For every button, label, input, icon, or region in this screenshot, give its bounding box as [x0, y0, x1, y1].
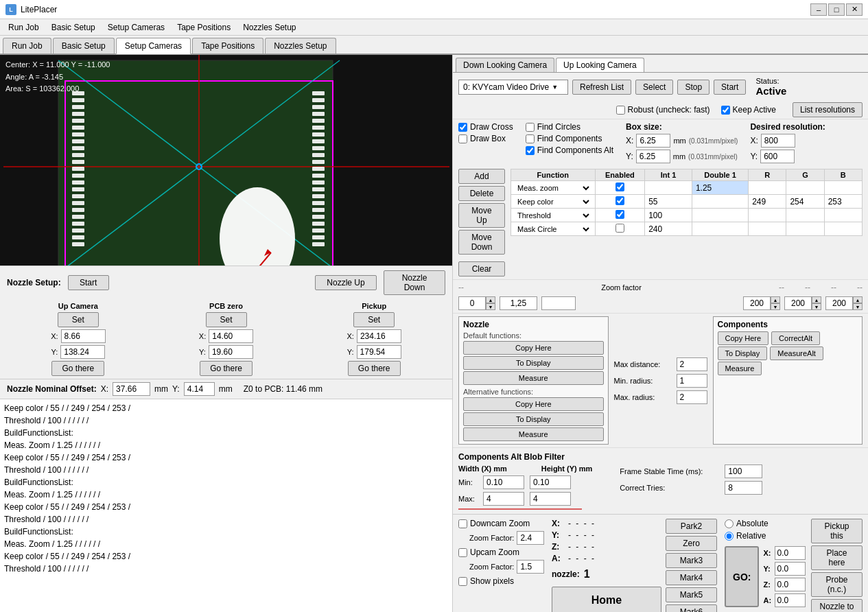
up-camera-y[interactable]: [60, 345, 105, 359]
func-select-3[interactable]: Mask Circle: [515, 224, 591, 234]
zero-button[interactable]: Zero: [666, 536, 717, 551]
zoom-200-up-icon[interactable]: ▲: [771, 296, 780, 303]
close-button[interactable]: ✕: [846, 3, 863, 16]
log-area[interactable]: Keep color / 55 / / 249 / 254 / 253 / Th…: [0, 399, 452, 613]
up-camera-x[interactable]: [61, 329, 106, 343]
menu-run-job[interactable]: Run Job: [3, 21, 45, 34]
start-button[interactable]: Start: [714, 80, 746, 95]
zoom-up-icon[interactable]: ▲: [486, 296, 495, 303]
go-y-input[interactable]: [775, 562, 806, 576]
add-button[interactable]: Add: [458, 169, 505, 184]
zoom-value-input[interactable]: [500, 296, 537, 310]
find-components-alt-label[interactable]: Find Components Alt: [526, 145, 613, 155]
mark3-button[interactable]: Mark3: [666, 553, 717, 568]
pcb-zero-go[interactable]: Go there: [200, 361, 253, 376]
tab-down-looking[interactable]: Down Looking Camera: [456, 58, 554, 72]
func-enabled-1[interactable]: [615, 196, 624, 205]
robust-checkbox-label[interactable]: Robust (uncheck: fast): [616, 105, 710, 115]
go-button[interactable]: GO:: [725, 546, 759, 607]
zoom-200-2-down-icon[interactable]: ▼: [812, 303, 821, 310]
tab-run-job[interactable]: Run Job: [3, 38, 51, 54]
camera-select-dropdown[interactable]: 0: KVYcam Video Drive ▼: [458, 80, 568, 95]
place-here-button[interactable]: Place here: [811, 545, 863, 570]
pickup-this-button[interactable]: Pickup this: [811, 519, 863, 543]
nozzle-to-display-alt-button[interactable]: To Display: [463, 412, 604, 426]
refresh-list-button[interactable]: Refresh List: [572, 80, 631, 95]
zoom-spinner[interactable]: [458, 296, 486, 310]
find-circles-label[interactable]: Find Circles: [526, 122, 613, 132]
comp-copy-here-button[interactable]: Copy Here: [718, 331, 769, 345]
zoom-200-2-up-icon[interactable]: ▲: [812, 296, 821, 303]
comp-measure-button[interactable]: Measure: [718, 362, 762, 375]
downcam-zoom-checkbox[interactable]: [458, 519, 467, 528]
func-double1-0[interactable]: [696, 183, 730, 193]
draw-cross-checkbox[interactable]: [458, 123, 467, 132]
relative-radio-label[interactable]: Relative: [725, 531, 807, 541]
draw-box-checkbox[interactable]: [458, 134, 467, 143]
zoom-200-2[interactable]: [784, 296, 812, 310]
robust-checkbox[interactable]: [616, 106, 625, 115]
func-r-1[interactable]: [752, 197, 773, 207]
home-button[interactable]: Home: [552, 587, 661, 612]
zoom-200-down-icon[interactable]: ▼: [771, 303, 780, 310]
move-up-button[interactable]: Move Up: [458, 203, 505, 228]
find-components-alt-checkbox[interactable]: [526, 146, 535, 155]
show-pixels-label[interactable]: Show pixels: [458, 576, 548, 586]
list-resolutions-button[interactable]: List resolutions: [793, 102, 863, 117]
tab-basic-setup[interactable]: Basic Setup: [53, 38, 115, 54]
box-size-x[interactable]: [636, 134, 670, 148]
absolute-radio[interactable]: [725, 519, 734, 528]
find-circles-checkbox[interactable]: [526, 123, 535, 132]
nozzle-up-button[interactable]: Nozzle Up: [315, 275, 377, 290]
correct-tries-input[interactable]: [725, 481, 762, 495]
nozzle-to-cam-button[interactable]: Nozzle to cam: [811, 599, 863, 612]
find-components-checkbox[interactable]: [526, 134, 535, 143]
upcam-zoom-factor[interactable]: [517, 560, 544, 574]
mark4-button[interactable]: Mark4: [666, 570, 717, 585]
func-select-2[interactable]: Threshold: [515, 211, 591, 220]
delete-button[interactable]: Delete: [458, 186, 505, 201]
correct-alt-button[interactable]: CorrectAlt: [771, 331, 820, 345]
menu-setup-cameras[interactable]: Setup Cameras: [102, 21, 170, 34]
func-b-1[interactable]: [828, 197, 849, 207]
upcam-zoom-checkbox[interactable]: [458, 548, 467, 557]
max-radius-input[interactable]: [677, 390, 707, 404]
select-button[interactable]: Select: [635, 80, 673, 95]
draw-box-label[interactable]: Draw Box: [458, 134, 513, 143]
menu-tape-positions[interactable]: Tape Positions: [172, 21, 236, 34]
zoom-down-icon[interactable]: ▼: [486, 303, 495, 310]
absolute-radio-label[interactable]: Absolute: [725, 519, 807, 528]
zoom-200-3[interactable]: [825, 296, 853, 310]
func-int1-2[interactable]: [648, 211, 676, 220]
nozzle-down-button[interactable]: Nozzle Down: [384, 270, 445, 295]
menu-basic-setup[interactable]: Basic Setup: [46, 21, 101, 34]
pickup-y[interactable]: [357, 345, 401, 359]
nozzle-offset-y[interactable]: [184, 382, 215, 396]
find-components-label[interactable]: Find Components: [526, 134, 613, 143]
up-camera-set[interactable]: Set: [58, 312, 99, 327]
desired-res-y[interactable]: [760, 150, 795, 163]
nozzle-to-display-button[interactable]: To Display: [463, 356, 604, 370]
func-int1-0[interactable]: [648, 183, 676, 193]
go-z-input[interactable]: [775, 578, 806, 591]
func-enabled-0[interactable]: [615, 183, 624, 191]
nozzle-measure-alt-button[interactable]: Measure: [463, 427, 604, 441]
show-pixels-checkbox[interactable]: [458, 577, 467, 586]
tab-tape-positions[interactable]: Tape Positions: [192, 38, 263, 54]
stop-button[interactable]: Stop: [677, 80, 709, 95]
func-int1-1[interactable]: [648, 197, 676, 207]
max-height-input[interactable]: [530, 492, 571, 506]
func-enabled-2[interactable]: [615, 210, 624, 219]
up-camera-go[interactable]: Go there: [51, 361, 104, 376]
func-enabled-3[interactable]: [615, 224, 624, 233]
zoom-200-1[interactable]: [743, 296, 771, 310]
pcb-zero-x[interactable]: [209, 329, 253, 343]
park2-button[interactable]: Park2: [666, 519, 717, 534]
go-x-input[interactable]: [775, 546, 806, 560]
menu-nozzles-setup[interactable]: Nozzles Setup: [237, 21, 301, 34]
nozzle-start-button[interactable]: Start: [68, 275, 109, 290]
clear-button[interactable]: Clear: [458, 261, 505, 276]
zoom-extra-input[interactable]: [541, 296, 576, 310]
tab-nozzles-setup[interactable]: Nozzles Setup: [265, 38, 336, 54]
zoom-200-3-up-icon[interactable]: ▲: [853, 296, 863, 303]
